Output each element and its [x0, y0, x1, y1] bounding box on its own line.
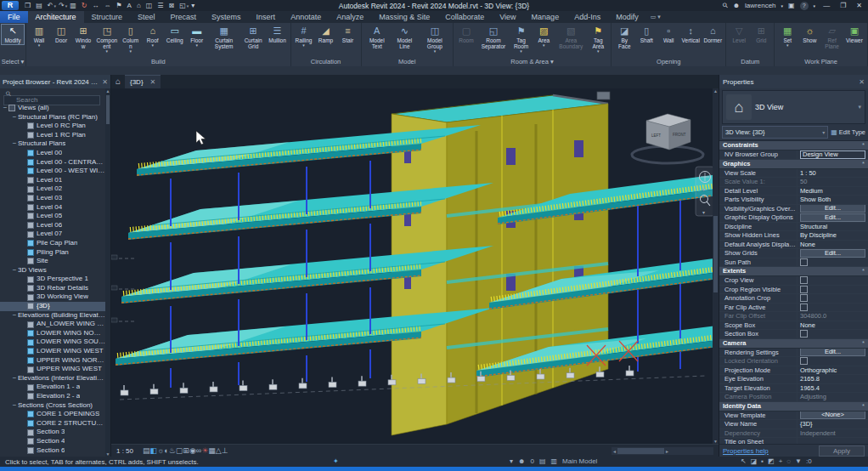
checkbox-sun-path[interactable]: [800, 258, 808, 266]
filter-icon[interactable]: ▼: [795, 457, 802, 465]
browser-item-level-1-rc-plan[interactable]: Level 1 RC Plan: [0, 131, 105, 140]
edit-button-graphic-display-options[interactable]: Edit...: [800, 213, 865, 222]
ribbon-tab-view[interactable]: View: [492, 11, 523, 23]
edit-button-view-template[interactable]: <None>: [800, 411, 865, 420]
view-tab-3d[interactable]: {3D} ✕: [125, 75, 161, 88]
ribbon-button-wall[interactable]: ▥Wall▾: [28, 25, 50, 48]
customize-quick-access-icon[interactable]: ▾: [191, 1, 194, 11]
visual-style-icon[interactable]: ◧: [150, 446, 158, 455]
browser-item-views-all[interactable]: −Views (all): [0, 104, 105, 113]
scroll-right-icon[interactable]: ▸: [664, 448, 670, 454]
browser-item-level-00-west-wing-cor[interactable]: Level 00 - WEST WING COR: [0, 167, 105, 176]
default-3d-view-icon[interactable]: ⌂: [137, 1, 141, 11]
chevron-down-icon[interactable]: ▾: [858, 104, 861, 111]
browser-item-elevation-1-a[interactable]: Elevation 1 - a: [0, 383, 105, 392]
browser-item-level-05[interactable]: Level 05: [0, 212, 105, 221]
checkbox-section-box[interactable]: [800, 330, 808, 338]
horizontal-scrollbar[interactable]: ◂ ▸: [612, 447, 713, 455]
checkbox-annotation-crop[interactable]: [800, 294, 808, 302]
view-tab-close-icon[interactable]: ✕: [150, 78, 156, 86]
browser-item-upper-wing-west[interactable]: UPPER WING WEST: [0, 365, 105, 374]
edit-button-rendering-settings[interactable]: Edit...: [800, 349, 865, 357]
worksharing-icon[interactable]: ✦: [333, 457, 339, 465]
browser-item-section-4[interactable]: Section 4: [0, 437, 105, 446]
browser-item-section-6[interactable]: Section 6: [0, 446, 105, 456]
browser-item-level-01[interactable]: Level 01: [0, 176, 105, 185]
expander-icon[interactable]: −: [11, 401, 18, 411]
browser-item-core-1-openings[interactable]: CORE 1 OPENINGS: [0, 410, 105, 419]
browser-item-level-0-rc-plan[interactable]: Level 0 RC Plan: [0, 122, 105, 131]
user-dropdown-icon[interactable]: ▾: [781, 3, 784, 9]
ribbon-toggle-icon[interactable]: ▭ ▾: [646, 11, 665, 23]
chevron-down-icon[interactable]: ▾: [822, 129, 825, 135]
search-icon[interactable]: ⚲: [720, 1, 730, 10]
browser-item-elevations-interior-elevation[interactable]: −Elevations (Interior Elevation): [0, 374, 105, 383]
ribbon-button-window[interactable]: ⊞Window: [72, 25, 94, 50]
browser-item-3d[interactable]: {3D}: [0, 302, 105, 311]
scroll-up-icon[interactable]: ▲: [713, 88, 719, 94]
editable-only-icon[interactable]: ☻: [518, 457, 525, 465]
checkbox-crop-view[interactable]: [800, 276, 808, 284]
section-header-graphics[interactable]: Graphics*: [719, 160, 868, 169]
ribbon-button-model-text[interactable]: AModel Text: [364, 25, 391, 50]
reveal-constraints-icon[interactable]: ⊥: [222, 446, 228, 455]
browser-item-piling-plan[interactable]: Piling Plan: [0, 248, 105, 258]
aligned-dimension-icon[interactable]: ⇔: [104, 1, 110, 11]
ribbon-button-model-line[interactable]: ∿Model Line: [391, 25, 419, 50]
ribbon-button-curtain-system[interactable]: ▦Curtain System: [208, 25, 240, 50]
input-nv-browser-group[interactable]: Design View: [800, 150, 865, 159]
browser-item-3d-perspective-1[interactable]: 3D Perspective 1: [0, 275, 105, 284]
redo-dropdown-icon[interactable]: ▾: [65, 3, 68, 9]
help-dropdown-icon[interactable]: ▾: [814, 3, 816, 9]
edit-type-button[interactable]: ▦ Edit Type: [831, 128, 865, 136]
select-underlay-elements-icon[interactable]: ◪: [751, 457, 758, 465]
checkbox-crop-region-visible[interactable]: [800, 286, 808, 293]
ribbon-tab-analyze[interactable]: Analyze: [329, 11, 371, 23]
ribbon-button-set[interactable]: ▦Set▾: [776, 25, 798, 48]
browser-item-level-06[interactable]: Level 06: [0, 221, 105, 230]
restore-button[interactable]: ❐: [837, 2, 848, 9]
ribbon-button-dormer[interactable]: ⌂Dormer: [702, 25, 724, 44]
ribbon-button-by-face[interactable]: ◪By Face: [613, 25, 635, 50]
ribbon-button-area[interactable]: ▨Area▾: [533, 25, 555, 48]
browser-item-upper-wing-north[interactable]: UPPER WING NORTH: [0, 356, 105, 366]
ribbon-tab-modify[interactable]: Modify: [608, 11, 646, 23]
browser-item-3d-views[interactable]: −3D Views: [0, 266, 105, 275]
viewcube[interactable]: LEFT FRONT: [632, 114, 703, 163]
detail-level-icon[interactable]: ▤: [143, 446, 150, 455]
section-header-constraints[interactable]: Constraints*: [719, 141, 868, 150]
browser-item-level-02[interactable]: Level 02: [0, 184, 105, 194]
ribbon-tab-precast[interactable]: Precast: [163, 11, 205, 23]
expander-icon[interactable]: −: [2, 104, 8, 113]
print-icon[interactable]: ▥: [70, 1, 76, 11]
browser-item-pile-cap-plan[interactable]: Pile Cap Plan: [0, 239, 105, 248]
ribbon-button-component[interactable]: ◳Component▾: [94, 25, 120, 54]
ribbon-tab-systems[interactable]: Systems: [204, 11, 249, 23]
checkbox-far-clip-active[interactable]: [800, 304, 808, 311]
project-browser-header[interactable]: Project Browser - Revit 2024 Model.rvt ✕: [0, 75, 110, 88]
edit-button-visibility-graphics-over[interactable]: Edit...: [800, 205, 865, 213]
user-avatar-icon[interactable]: ☻: [733, 2, 740, 9]
expander-icon[interactable]: −: [11, 266, 18, 275]
thin-lines-icon[interactable]: ☰: [157, 1, 163, 11]
browser-item-lower-wing-south[interactable]: LOWER WING SOUTH: [0, 338, 105, 347]
help-icon[interactable]: ?: [800, 2, 809, 10]
close-hidden-windows-icon[interactable]: ⊠: [169, 1, 175, 11]
home-icon[interactable]: ⌂: [111, 75, 125, 88]
ribbon-tab-insert[interactable]: Insert: [249, 11, 284, 23]
ribbon-button-mullion[interactable]: ☰Mullion: [267, 25, 289, 44]
browser-item-structural-plans-rc-plan[interactable]: −Structural Plans (RC Plan): [0, 113, 105, 122]
ribbon-button-ceiling[interactable]: ▭Ceiling: [164, 25, 186, 44]
redo-icon[interactable]: ↷: [59, 1, 65, 11]
selection-ring-icon[interactable]: ◌: [786, 457, 791, 465]
sync-with-central-icon[interactable]: ↻: [82, 1, 87, 11]
drag-elements-on-selection-icon[interactable]: +: [779, 457, 783, 465]
text-icon[interactable]: A: [127, 1, 132, 11]
username-label[interactable]: lawrenceh: [745, 2, 775, 9]
ribbon-button-curtain-grid[interactable]: ⊞Curtain Grid: [240, 25, 267, 50]
ribbon-button-vertical[interactable]: ↕Vertical: [679, 25, 702, 44]
open-file-icon[interactable]: ❒: [25, 1, 31, 11]
ribbon-button-stair[interactable]: ≡Stair: [337, 25, 359, 44]
ribbon-button-modify[interactable]: ↖Modify: [2, 25, 24, 44]
browser-item-structural-plans[interactable]: −Structural Plans: [0, 139, 105, 149]
